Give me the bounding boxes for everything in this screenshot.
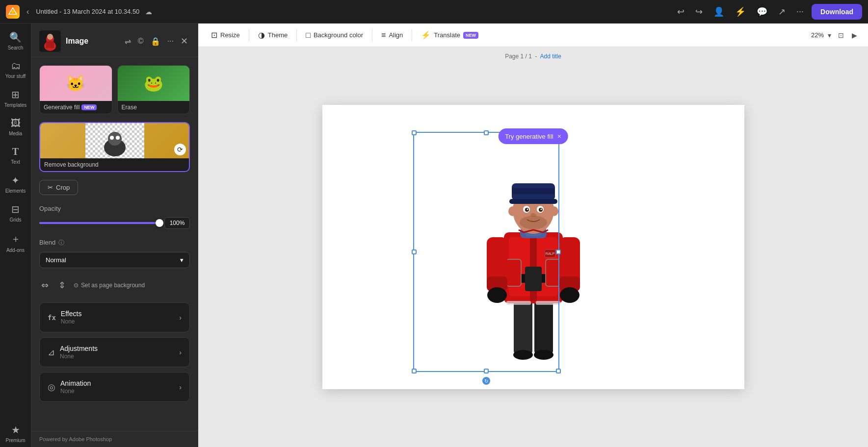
sidebar-item-grids[interactable]: ⊟ Grids: [2, 199, 29, 226]
sidebar-item-add-ons[interactable]: ＋ Add-ons: [2, 228, 29, 257]
canvas-container[interactable]: Page 1 / 1 - Add title: [198, 47, 868, 447]
svg-point-52: [550, 206, 558, 216]
generative-fill-popup[interactable]: Try generative fill ×: [498, 128, 568, 144]
download-button[interactable]: Download: [812, 4, 862, 20]
separator-4: [412, 29, 412, 41]
panel-header-left: Image: [39, 30, 88, 52]
opacity-label: Opacity: [39, 205, 190, 212]
theme-button[interactable]: ◑ Theme: [253, 27, 292, 43]
powered-by: Powered by Adobe Photoshop: [31, 431, 198, 447]
separator-2: [296, 29, 297, 41]
grids-icon: ⊟: [11, 203, 20, 215]
gen-fill-popup-text: Try generative fill: [505, 133, 553, 140]
blend-info-icon[interactable]: ⓘ: [58, 239, 64, 247]
lock-button[interactable]: 🔒: [149, 35, 162, 48]
back-button[interactable]: ‹: [24, 5, 32, 18]
zoom-dropdown-button[interactable]: ▾: [826, 30, 833, 40]
gen-fill-popup-close[interactable]: ×: [557, 132, 561, 140]
flip-v-button[interactable]: ⇕: [56, 278, 68, 293]
magic-button[interactable]: ⚡: [732, 4, 749, 19]
main-layout: 🔍 Search 🗂 Your stuff ⊞ Templates 🖼 Medi…: [0, 24, 868, 447]
undo-button[interactable]: ↩: [674, 4, 687, 19]
svg-point-19: [513, 350, 533, 360]
search-icon: 🔍: [9, 31, 22, 43]
present-button[interactable]: ▶: [849, 29, 860, 41]
erase-tool[interactable]: 🐸 Erase: [117, 65, 190, 114]
zoom-value: 22%: [811, 31, 824, 39]
fit-page-button[interactable]: ⊡: [835, 29, 847, 41]
sidebar-item-text[interactable]: T Text: [2, 142, 29, 169]
blend-dropdown[interactable]: Normal ▾: [39, 252, 190, 268]
svg-point-15: [116, 136, 120, 140]
panel-header-actions: ⇌ © 🔒 ··· ✕: [123, 34, 190, 49]
sidebar-label-your-stuff: Your stuff: [5, 74, 26, 79]
copy-button[interactable]: ©: [136, 35, 146, 48]
opacity-row: 100%: [39, 217, 190, 229]
animation-left: ◎ Animation None: [48, 379, 91, 395]
svg-point-51: [508, 206, 517, 216]
app-logo: [6, 5, 20, 19]
svg-point-13: [108, 132, 122, 146]
remove-background-tool[interactable]: ⟳ Remove background: [39, 122, 190, 172]
sidebar-item-media[interactable]: 🖼 Media: [2, 114, 29, 140]
sidebar-label-elements: Elements: [5, 188, 26, 194]
canvas-area: ⊡ Resize ◑ Theme □ Background color ≡ Al…: [198, 24, 868, 447]
swap-button[interactable]: ⇌: [123, 35, 133, 48]
svg-point-5: [47, 34, 53, 40]
set-bg-icon: ⊙: [74, 282, 79, 289]
svg-point-50: [520, 216, 547, 229]
media-icon: 🖼: [11, 118, 21, 129]
zoom-controls: 22% ▾ ⊡ ▶: [811, 29, 860, 41]
erase-preview: 🐸: [118, 66, 190, 101]
sidebar-item-templates[interactable]: ⊞ Templates: [2, 85, 29, 112]
bg-color-icon: □: [306, 31, 311, 40]
animation-chevron: ›: [179, 383, 182, 391]
align-button[interactable]: ≡ Align: [376, 28, 408, 43]
opacity-slider[interactable]: [39, 222, 159, 224]
sidebar-label-search: Search: [8, 45, 24, 50]
sidebar-item-search[interactable]: 🔍 Search: [2, 27, 29, 54]
generative-fill-tool[interactable]: 🐱 Generative fill NEW: [39, 65, 112, 114]
text-icon: T: [12, 146, 19, 157]
set-as-bg-button[interactable]: ⊙ Set as page background: [74, 282, 145, 289]
adjustments-left: ⊿ Adjustments None: [48, 345, 98, 360]
adjustments-section: ⊿ Adjustments None ›: [39, 337, 190, 367]
panel-title: Image: [66, 37, 88, 46]
collaborators-button[interactable]: 👤: [710, 4, 727, 19]
opacity-value[interactable]: 100%: [164, 217, 190, 229]
sidebar-item-premium[interactable]: ★ Premium: [2, 420, 29, 447]
crop-button[interactable]: ✂ Crop: [39, 180, 78, 195]
svg-rect-26: [506, 259, 521, 286]
share-button[interactable]: ↗: [775, 4, 789, 19]
svg-rect-27: [546, 259, 560, 286]
tools-grid: 🐱 Generative fill NEW 🐸 Erase: [39, 65, 190, 114]
secondary-toolbar: ⊡ Resize ◑ Theme □ Background color ≡ Al…: [198, 24, 868, 47]
sidebar-item-your-stuff[interactable]: 🗂 Your stuff: [2, 56, 29, 83]
elements-icon: ✦: [11, 174, 20, 186]
sidebar-item-elements[interactable]: ✦ Elements: [2, 171, 29, 198]
translate-button[interactable]: ⚡ Translate NEW: [416, 27, 483, 43]
effects-header[interactable]: fx Effects None ›: [40, 303, 189, 332]
remove-bg-label: Remove background: [40, 158, 189, 171]
svg-rect-42: [509, 199, 557, 204]
comment-button[interactable]: 💬: [754, 4, 770, 19]
bg-color-button[interactable]: □ Background color: [301, 28, 368, 43]
animation-section: ◎ Animation None ›: [39, 372, 190, 402]
canvas-page[interactable]: RALP ↻ Try generative fil: [322, 105, 744, 389]
more-options-button[interactable]: ···: [165, 35, 176, 48]
more-button[interactable]: ···: [793, 4, 807, 19]
redo-button[interactable]: ↪: [692, 4, 706, 19]
align-icon: ≡: [381, 31, 386, 40]
effects-icon: fx: [48, 314, 56, 322]
animation-header[interactable]: ◎ Animation None ›: [40, 372, 189, 401]
add-title-link[interactable]: Add title: [540, 53, 561, 60]
flip-h-button[interactable]: ⇔: [39, 278, 51, 293]
crop-icon: ✂: [48, 184, 53, 191]
panel-close-button[interactable]: ✕: [179, 34, 190, 49]
blend-section: Blend ⓘ Normal ▾: [39, 239, 190, 268]
person-container: RALP: [322, 105, 744, 389]
remove-bg-icon: ⟳: [174, 144, 186, 155]
adjustments-header[interactable]: ⊿ Adjustments None ›: [40, 338, 189, 367]
resize-button[interactable]: ⊡ Resize: [206, 27, 245, 43]
separator-1: [249, 29, 249, 41]
